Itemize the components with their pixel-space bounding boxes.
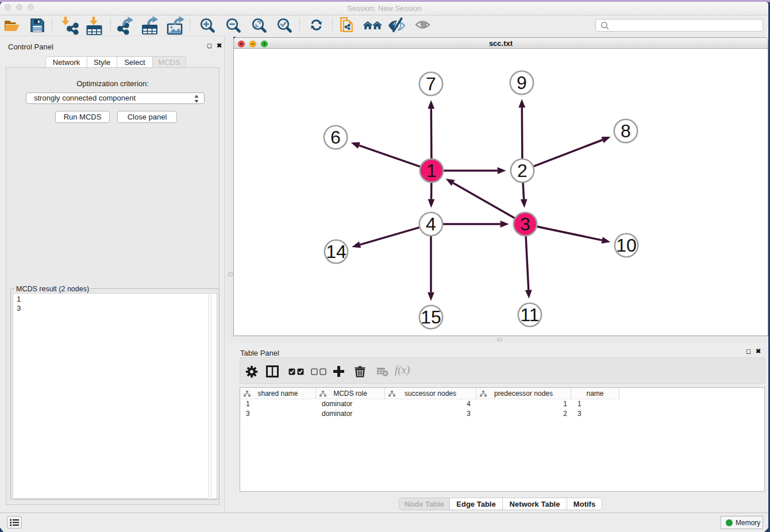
svg-text:10: 10 <box>616 235 637 256</box>
svg-text:8: 8 <box>621 121 631 141</box>
svg-text:14: 14 <box>326 241 346 262</box>
svg-text:3: 3 <box>520 214 530 234</box>
svg-text:9: 9 <box>517 72 527 93</box>
svg-text:6: 6 <box>330 127 341 148</box>
svg-text:4: 4 <box>426 214 436 234</box>
svg-text:2: 2 <box>517 160 528 181</box>
svg-text:7: 7 <box>426 74 436 94</box>
svg-text:1: 1 <box>426 160 437 181</box>
svg-text:11: 11 <box>520 304 539 325</box>
svg-text:15: 15 <box>421 307 441 327</box>
